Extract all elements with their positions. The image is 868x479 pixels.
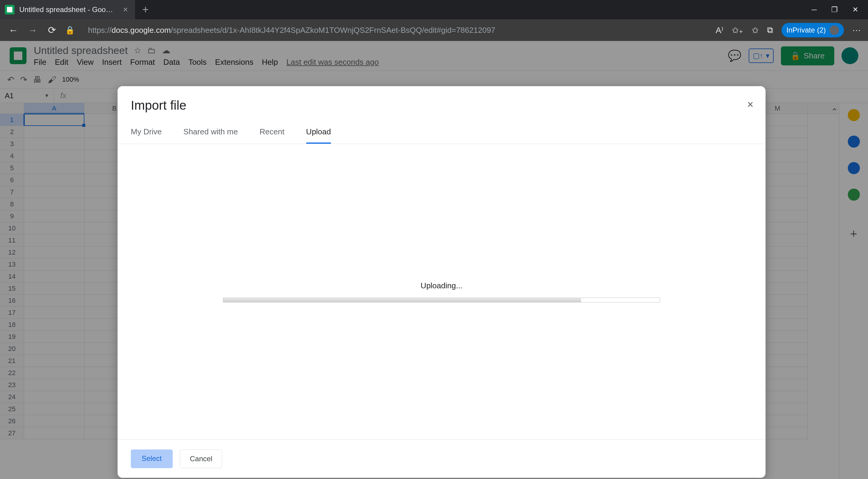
progress-fill <box>223 298 581 302</box>
star-add-icon[interactable]: ✩₊ <box>732 25 743 35</box>
modal-title: Import file <box>118 86 766 122</box>
lock-icon: 🔒 <box>65 26 75 35</box>
modal-close-icon[interactable]: × <box>747 98 753 111</box>
favorites-icon[interactable]: ✩ <box>752 25 758 35</box>
modal-footer: Select Cancel <box>118 440 766 478</box>
window-controls: ─ ❐ ✕ <box>812 5 868 14</box>
select-button[interactable]: Select <box>131 449 173 468</box>
upload-status: Uploading... <box>421 281 463 290</box>
url-input[interactable]: https://docs.google.com/spreadsheets/d/1… <box>88 26 709 35</box>
browser-addressbar: ← → ⟳ 🔒 https://docs.google.com/spreadsh… <box>0 19 868 41</box>
tab-recent[interactable]: Recent <box>259 122 284 144</box>
browser-tab[interactable]: Untitled spreadsheet - Google Sheets × <box>0 0 135 19</box>
refresh-button[interactable]: ⟳ <box>46 24 58 36</box>
import-file-modal: Import file × My Drive Shared with me Re… <box>118 86 766 478</box>
tab-close-icon[interactable]: × <box>123 5 128 14</box>
modal-tabs: My Drive Shared with me Recent Upload <box>118 122 766 144</box>
minimize-icon[interactable]: ─ <box>812 5 817 14</box>
modal-body: Uploading... <box>118 144 766 440</box>
forward-button[interactable]: → <box>27 25 38 36</box>
back-button[interactable]: ← <box>7 25 19 36</box>
upload-progress-bar <box>223 298 660 302</box>
tab-shared-with-me[interactable]: Shared with me <box>184 122 238 144</box>
tab-title: Untitled spreadsheet - Google Sheets <box>19 5 116 14</box>
tab-my-drive[interactable]: My Drive <box>131 122 162 144</box>
tab-upload[interactable]: Upload <box>306 122 331 144</box>
inprivate-badge[interactable]: InPrivate (2) <box>781 23 844 37</box>
profile-avatar-icon <box>830 25 839 35</box>
close-window-icon[interactable]: ✕ <box>852 5 858 14</box>
maximize-icon[interactable]: ❐ <box>831 5 838 14</box>
sheets-app: Untitled spreadsheet ☆ 🗀 ☁ File Edit Vie… <box>0 41 868 479</box>
more-icon[interactable]: ⋯ <box>852 25 861 35</box>
cancel-button[interactable]: Cancel <box>180 449 222 468</box>
read-aloud-icon[interactable]: A⁾ <box>716 25 724 35</box>
collections-icon[interactable]: ⧉ <box>767 25 773 35</box>
sheets-favicon-icon <box>5 5 14 14</box>
browser-titlebar: Untitled spreadsheet - Google Sheets × +… <box>0 0 868 19</box>
new-tab-button[interactable]: + <box>142 3 149 16</box>
